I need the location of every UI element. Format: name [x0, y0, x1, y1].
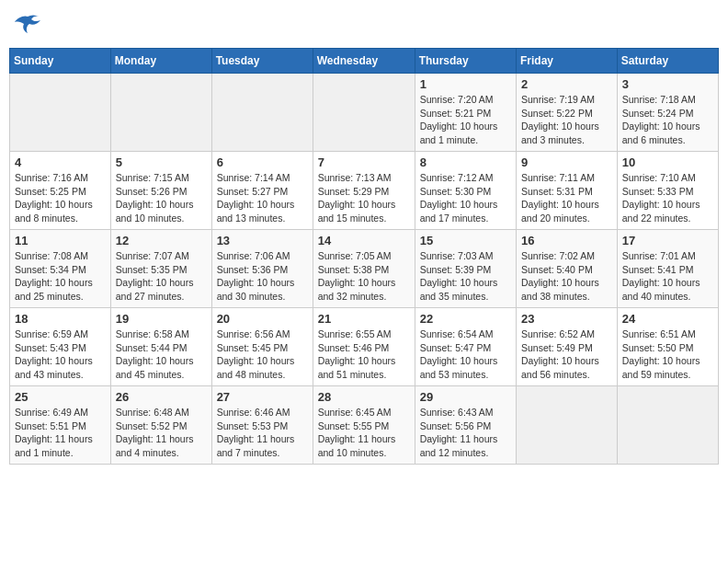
- day-number: 29: [420, 390, 511, 404]
- day-number: 1: [420, 77, 511, 91]
- day-info: Sunrise: 6:49 AM Sunset: 5:51 PM Dayligh…: [15, 406, 106, 460]
- day-info: Sunrise: 7:13 AM Sunset: 5:29 PM Dayligh…: [318, 171, 410, 225]
- day-number: 28: [318, 390, 410, 404]
- day-number: 6: [217, 155, 308, 169]
- calendar-day-cell: 20Sunrise: 6:56 AM Sunset: 5:45 PM Dayli…: [211, 308, 313, 386]
- calendar-day-cell: 8Sunrise: 7:12 AM Sunset: 5:30 PM Daylig…: [415, 152, 516, 230]
- day-number: 2: [521, 77, 612, 91]
- weekday-header-wednesday: Wednesday: [313, 49, 415, 74]
- weekday-header-friday: Friday: [517, 49, 618, 74]
- calendar-week-row: 11Sunrise: 7:08 AM Sunset: 5:34 PM Dayli…: [10, 230, 719, 308]
- day-number: 26: [116, 390, 207, 404]
- day-info: Sunrise: 6:52 AM Sunset: 5:49 PM Dayligh…: [521, 327, 612, 382]
- day-info: Sunrise: 6:59 AM Sunset: 5:43 PM Dayligh…: [15, 327, 106, 382]
- calendar-week-row: 1Sunrise: 7:20 AM Sunset: 5:21 PM Daylig…: [10, 74, 719, 152]
- calendar-day-cell: 10Sunrise: 7:10 AM Sunset: 5:33 PM Dayli…: [617, 152, 718, 230]
- day-info: Sunrise: 6:58 AM Sunset: 5:44 PM Dayligh…: [116, 327, 207, 382]
- calendar-day-cell: 27Sunrise: 6:46 AM Sunset: 5:53 PM Dayli…: [211, 386, 313, 465]
- day-info: Sunrise: 7:01 AM Sunset: 5:41 PM Dayligh…: [622, 249, 713, 304]
- day-number: 8: [420, 155, 511, 169]
- day-info: Sunrise: 7:03 AM Sunset: 5:39 PM Dayligh…: [420, 249, 511, 304]
- day-info: Sunrise: 6:56 AM Sunset: 5:45 PM Dayligh…: [217, 327, 308, 382]
- calendar-day-cell: [617, 386, 718, 465]
- calendar-day-cell: 28Sunrise: 6:45 AM Sunset: 5:55 PM Dayli…: [313, 386, 415, 465]
- weekday-header-sunday: Sunday: [10, 49, 111, 74]
- calendar-day-cell: 24Sunrise: 6:51 AM Sunset: 5:50 PM Dayli…: [617, 308, 718, 386]
- calendar-day-cell: [10, 74, 111, 152]
- weekday-header-tuesday: Tuesday: [211, 49, 313, 74]
- day-info: Sunrise: 7:08 AM Sunset: 5:34 PM Dayligh…: [15, 249, 106, 304]
- logo-bird-icon: [15, 15, 40, 35]
- day-info: Sunrise: 6:43 AM Sunset: 5:56 PM Dayligh…: [420, 406, 511, 460]
- calendar-day-cell: 21Sunrise: 6:55 AM Sunset: 5:46 PM Dayli…: [313, 308, 415, 386]
- day-info: Sunrise: 6:48 AM Sunset: 5:52 PM Dayligh…: [116, 406, 207, 460]
- calendar-day-cell: 18Sunrise: 6:59 AM Sunset: 5:43 PM Dayli…: [10, 308, 111, 386]
- day-number: 5: [116, 155, 207, 169]
- day-number: 7: [318, 155, 410, 169]
- calendar-day-cell: 15Sunrise: 7:03 AM Sunset: 5:39 PM Dayli…: [415, 230, 516, 308]
- weekday-header-monday: Monday: [110, 49, 211, 74]
- day-info: Sunrise: 7:15 AM Sunset: 5:26 PM Dayligh…: [116, 171, 207, 225]
- calendar-day-cell: [517, 386, 618, 465]
- day-info: Sunrise: 6:45 AM Sunset: 5:55 PM Dayligh…: [318, 406, 410, 460]
- calendar-day-cell: 13Sunrise: 7:06 AM Sunset: 5:36 PM Dayli…: [211, 230, 313, 308]
- day-number: 10: [622, 155, 713, 169]
- calendar-day-cell: 4Sunrise: 7:16 AM Sunset: 5:25 PM Daylig…: [10, 152, 111, 230]
- calendar-day-cell: 26Sunrise: 6:48 AM Sunset: 5:52 PM Dayli…: [110, 386, 211, 465]
- calendar-day-cell: 17Sunrise: 7:01 AM Sunset: 5:41 PM Dayli…: [617, 230, 718, 308]
- day-number: 14: [318, 234, 410, 247]
- calendar-day-cell: [313, 74, 415, 152]
- day-number: 23: [521, 312, 612, 326]
- calendar-day-cell: [211, 74, 313, 152]
- calendar-table: SundayMondayTuesdayWednesdayThursdayFrid…: [9, 48, 719, 465]
- calendar-day-cell: 3Sunrise: 7:18 AM Sunset: 5:24 PM Daylig…: [617, 74, 718, 152]
- day-number: 3: [622, 77, 713, 91]
- calendar-day-cell: 25Sunrise: 6:49 AM Sunset: 5:51 PM Dayli…: [10, 386, 111, 465]
- day-number: 24: [622, 312, 713, 326]
- calendar-day-cell: 14Sunrise: 7:05 AM Sunset: 5:38 PM Dayli…: [313, 230, 415, 308]
- calendar-day-cell: 22Sunrise: 6:54 AM Sunset: 5:47 PM Dayli…: [415, 308, 516, 386]
- day-info: Sunrise: 6:46 AM Sunset: 5:53 PM Dayligh…: [217, 406, 308, 460]
- weekday-header-thursday: Thursday: [415, 49, 516, 74]
- day-number: 11: [15, 234, 106, 247]
- calendar-day-cell: 6Sunrise: 7:14 AM Sunset: 5:27 PM Daylig…: [211, 152, 313, 230]
- calendar-day-cell: 12Sunrise: 7:07 AM Sunset: 5:35 PM Dayli…: [110, 230, 211, 308]
- logo: [13, 15, 40, 35]
- day-info: Sunrise: 7:16 AM Sunset: 5:25 PM Dayligh…: [15, 171, 106, 225]
- day-info: Sunrise: 7:18 AM Sunset: 5:24 PM Dayligh…: [622, 93, 713, 147]
- day-number: 15: [420, 234, 511, 247]
- calendar-week-row: 18Sunrise: 6:59 AM Sunset: 5:43 PM Dayli…: [10, 308, 719, 386]
- day-info: Sunrise: 7:02 AM Sunset: 5:40 PM Dayligh…: [521, 249, 612, 304]
- day-info: Sunrise: 7:07 AM Sunset: 5:35 PM Dayligh…: [116, 249, 207, 304]
- header: [9, 9, 719, 40]
- day-number: 25: [15, 390, 106, 404]
- calendar-day-cell: 23Sunrise: 6:52 AM Sunset: 5:49 PM Dayli…: [517, 308, 618, 386]
- day-number: 17: [622, 234, 713, 247]
- calendar-day-cell: 5Sunrise: 7:15 AM Sunset: 5:26 PM Daylig…: [110, 152, 211, 230]
- day-info: Sunrise: 7:05 AM Sunset: 5:38 PM Dayligh…: [318, 249, 410, 304]
- calendar-day-cell: 16Sunrise: 7:02 AM Sunset: 5:40 PM Dayli…: [517, 230, 618, 308]
- day-number: 22: [420, 312, 511, 326]
- day-number: 4: [15, 155, 106, 169]
- calendar-day-cell: 19Sunrise: 6:58 AM Sunset: 5:44 PM Dayli…: [110, 308, 211, 386]
- day-info: Sunrise: 7:20 AM Sunset: 5:21 PM Dayligh…: [420, 93, 511, 147]
- day-info: Sunrise: 7:12 AM Sunset: 5:30 PM Dayligh…: [420, 171, 511, 225]
- day-number: 19: [116, 312, 207, 326]
- day-info: Sunrise: 6:51 AM Sunset: 5:50 PM Dayligh…: [622, 327, 713, 382]
- day-number: 13: [217, 234, 308, 247]
- day-number: 27: [217, 390, 308, 404]
- day-info: Sunrise: 6:55 AM Sunset: 5:46 PM Dayligh…: [318, 327, 410, 382]
- day-info: Sunrise: 7:11 AM Sunset: 5:31 PM Dayligh…: [521, 171, 612, 225]
- calendar-day-cell: 29Sunrise: 6:43 AM Sunset: 5:56 PM Dayli…: [415, 386, 516, 465]
- day-number: 20: [217, 312, 308, 326]
- calendar-header-row: SundayMondayTuesdayWednesdayThursdayFrid…: [10, 49, 719, 74]
- calendar-week-row: 25Sunrise: 6:49 AM Sunset: 5:51 PM Dayli…: [10, 386, 719, 465]
- calendar-day-cell: 1Sunrise: 7:20 AM Sunset: 5:21 PM Daylig…: [415, 74, 516, 152]
- day-number: 9: [521, 155, 612, 169]
- calendar-day-cell: 7Sunrise: 7:13 AM Sunset: 5:29 PM Daylig…: [313, 152, 415, 230]
- calendar-day-cell: 9Sunrise: 7:11 AM Sunset: 5:31 PM Daylig…: [517, 152, 618, 230]
- day-number: 16: [521, 234, 612, 247]
- weekday-header-saturday: Saturday: [617, 49, 718, 74]
- day-info: Sunrise: 6:54 AM Sunset: 5:47 PM Dayligh…: [420, 327, 511, 382]
- day-number: 12: [116, 234, 207, 247]
